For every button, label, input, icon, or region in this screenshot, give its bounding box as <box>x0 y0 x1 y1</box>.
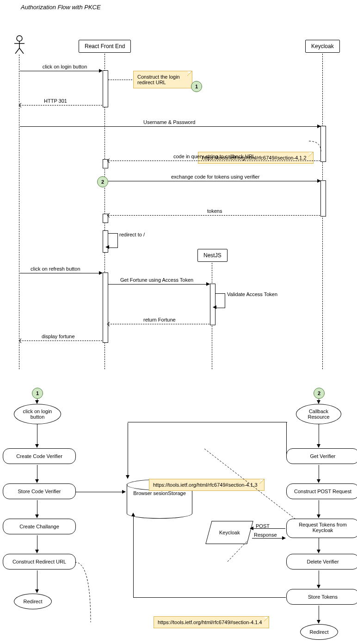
exec-react-redir <box>103 230 108 253</box>
flow-left-end: Redirect <box>14 594 52 609</box>
msg-display-fortune: display fortune <box>42 334 75 339</box>
page-title: Authorization Flow with PKCE <box>21 4 101 11</box>
flow-right-n5: Store Tokens <box>286 589 357 605</box>
flow-badge-1: 1 <box>32 388 43 399</box>
keycloak-external: Keycloak <box>205 521 253 544</box>
msg-click-refresh: click on refresh button <box>31 266 80 272</box>
msg-code-callback: code in query-string to callback URL <box>173 154 255 159</box>
exec-react-1 <box>103 70 108 107</box>
badge-2: 2 <box>97 176 108 187</box>
flow-left-start: click on login button <box>14 404 61 424</box>
actor-icon <box>14 35 25 54</box>
flow-right-end: Redirect <box>300 624 338 640</box>
flow-right-n1: Get Verifier <box>286 448 357 464</box>
msg-tokens: tokens <box>207 208 222 214</box>
exec-react-refresh <box>103 272 108 343</box>
self-arrow-validate <box>215 293 225 308</box>
flow-badge-2: 2 <box>314 388 325 399</box>
svg-line-3 <box>15 48 19 54</box>
flow-right-start: Callback Resource <box>296 404 341 424</box>
svg-line-4 <box>19 48 24 54</box>
arrow-response <box>252 538 285 539</box>
dash-left-note <box>75 562 112 627</box>
arrow <box>20 105 102 105</box>
msg-validate: Validate Access Token <box>227 291 277 297</box>
msg-http301: HTTP 301 <box>44 98 67 104</box>
arrow <box>108 324 209 324</box>
flow-left-n2: Store Code Verifier <box>3 483 76 499</box>
arrow <box>20 71 102 71</box>
flow-left-n3: Create Challange <box>3 519 76 534</box>
msg-userpass: Username & Password <box>143 119 196 125</box>
msg-redirect-root: redirect to / <box>119 232 145 237</box>
arrow <box>20 341 102 341</box>
flow-right-n3: Request Tokens from Keycloak <box>286 519 357 538</box>
arrow <box>108 181 320 181</box>
note-rfc414: https://tools.ietf.org/html/rfc6749#sect… <box>154 616 269 628</box>
arrow <box>20 126 320 127</box>
self-arrow-box <box>108 233 118 248</box>
dash-curve <box>309 139 324 153</box>
msg-get-fortune: Get Fortune using Access Token <box>120 277 193 283</box>
msg-response: Response <box>254 532 277 538</box>
note-construct-login: Construct the login redirect URL <box>133 71 192 88</box>
flow-left-n4: Construct Redirect URL <box>3 554 76 570</box>
participant-nestjs: NestJS <box>197 249 228 262</box>
self-arrowhead <box>105 245 109 249</box>
arrow <box>20 273 102 273</box>
svg-point-0 <box>17 36 22 41</box>
diagram-canvas: Authorization Flow with PKCE React Front… <box>0 0 357 644</box>
self-arrowhead-validate <box>213 305 216 309</box>
lifeline-actor <box>19 55 19 369</box>
msg-exchange: exchange code for tokens using verifier <box>171 174 259 180</box>
arrow <box>108 215 320 216</box>
flow-right-n2: Construct POST Request <box>286 483 357 499</box>
arrow <box>108 284 209 285</box>
exec-kc-2 <box>320 180 326 217</box>
flow-right-n4: Delete Verifier <box>286 554 357 570</box>
arrow-to-storage <box>75 492 125 492</box>
flow-left-n1: Create Code Verifier <box>3 448 76 464</box>
msg-click-login: click on login button <box>28 64 102 69</box>
exec-nest <box>210 284 215 325</box>
dash-to-note <box>108 80 132 80</box>
participant-react: React Front End <box>79 40 131 53</box>
participant-keycloak: Keycloak <box>305 40 340 53</box>
msg-return-fortune: return Fortune <box>143 317 176 322</box>
arrow <box>108 161 320 161</box>
badge-1: 1 <box>191 81 202 92</box>
dash-414 <box>228 541 255 564</box>
arrow-post <box>250 528 285 529</box>
